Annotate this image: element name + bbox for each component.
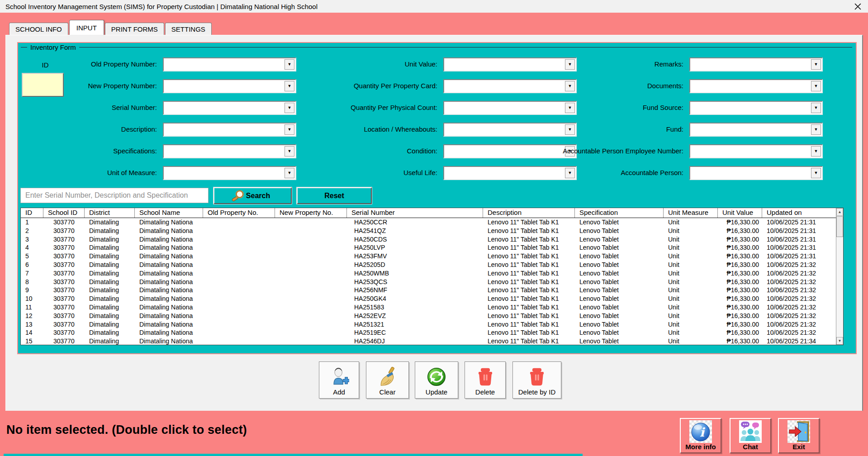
table-row[interactable]: 8303770DimatalingDimataling NationaHA253… [21, 278, 843, 286]
cell-id: 9 [21, 286, 43, 294]
table-row[interactable]: 5303770DimatalingDimataling NationaHA253… [21, 252, 843, 261]
close-icon[interactable] [854, 2, 862, 10]
chat-button[interactable]: Chat [730, 418, 771, 453]
table-row[interactable]: 10303770DimatalingDimataling NationaHA25… [21, 294, 843, 303]
column-header-id[interactable]: ID [21, 208, 43, 218]
cell-school-id: 303770 [43, 337, 85, 345]
quantity-per-physical-count-label: Quantity Per Physical Count: [312, 104, 443, 111]
cell-district: Dimataling [85, 252, 135, 261]
chevron-down-icon[interactable]: ▼ [811, 124, 821, 135]
cell-specification: Lenovo Tablet [575, 269, 664, 278]
column-header-school-id[interactable]: School ID [43, 208, 85, 218]
form-row: Location / Whereabouts:▼ [312, 119, 577, 140]
table-row[interactable]: 12303770DimatalingDimataling NationaHA25… [21, 312, 843, 320]
table-row[interactable]: 13303770DimatalingDimataling NationaHA25… [21, 320, 843, 329]
cell-unit-measure: Unit [664, 294, 718, 303]
table-row[interactable]: 7303770DimatalingDimataling NationaHA250… [21, 269, 843, 278]
scrollbar-thumb[interactable] [836, 216, 843, 237]
chevron-down-icon[interactable]: ▼ [285, 81, 294, 91]
cell-id: 6 [21, 261, 43, 269]
cell-updated-on: 10/06/2025 21:31 [762, 243, 843, 252]
table-row[interactable]: 4303770DimatalingDimataling NationaHA250… [21, 243, 843, 252]
exit-button[interactable]: Exit [778, 418, 820, 453]
cell-unit-measure: Unit [664, 278, 718, 286]
delete-button[interactable]: Delete [465, 361, 506, 399]
reset-button[interactable]: Reset [297, 187, 372, 204]
vertical-scrollbar[interactable]: ▲ ▼ [836, 208, 843, 345]
scroll-up-icon[interactable]: ▲ [836, 208, 843, 216]
cell-id: 11 [21, 303, 43, 312]
column-header-serial-number[interactable]: Serial Number [347, 208, 483, 218]
table-row[interactable]: 6303770DimatalingDimataling NationaHA252… [21, 261, 843, 269]
reset-button-label: Reset [324, 192, 344, 200]
tab-print-forms[interactable]: PRINT FORMS [105, 23, 164, 35]
search-button[interactable]: Search [213, 187, 292, 204]
form-row: Accountable Person Employee Number:▼ [556, 140, 823, 162]
cell-updated-on: 10/06/2025 21:32 [762, 320, 843, 329]
column-header-unit-value[interactable]: Unit Value [718, 208, 762, 218]
table-row[interactable]: 9303770DimatalingDimataling NationaHA256… [21, 286, 843, 294]
button-label: Delete by ID [518, 388, 556, 396]
chevron-down-icon[interactable]: ▼ [285, 59, 294, 70]
cell-serial-number: HA256NMF [347, 286, 483, 294]
cell-unit-measure: Unit [664, 218, 718, 227]
chevron-down-icon[interactable]: ▼ [285, 168, 294, 178]
fund-combo[interactable]: ▼ [689, 123, 823, 137]
search-input[interactable] [20, 188, 209, 203]
accountable-person-combo[interactable]: ▼ [689, 166, 823, 180]
clear-button[interactable]: Clear [366, 361, 409, 399]
serial-number-combo[interactable]: ▼ [163, 101, 296, 115]
cell-district: Dimataling [85, 337, 135, 345]
column-header-specification[interactable]: Specification [575, 208, 664, 218]
table-row[interactable]: 14303770DimatalingDimataling NationaHA25… [21, 328, 843, 337]
table-row[interactable]: 11303770DimatalingDimataling NationaHA25… [21, 303, 843, 312]
chevron-down-icon[interactable]: ▼ [285, 124, 294, 135]
table-row[interactable]: 15303770DimatalingDimataling NationaHA25… [21, 337, 843, 345]
tab-settings[interactable]: SETTINGS [165, 23, 212, 35]
update-button[interactable]: Update [415, 361, 458, 399]
chevron-down-icon[interactable]: ▼ [811, 81, 821, 91]
cell-unit-measure: Unit [664, 286, 718, 294]
column-header-school-name[interactable]: School Name [135, 208, 203, 218]
column-header-district[interactable]: District [85, 208, 135, 218]
column-header-updated-on[interactable]: Updated on [762, 208, 843, 218]
chevron-down-icon[interactable]: ▼ [811, 146, 821, 157]
cell-school-id: 303770 [43, 320, 85, 329]
unit-of-measure-combo[interactable]: ▼ [163, 166, 296, 180]
description-combo[interactable]: ▼ [163, 123, 296, 137]
specifications-combo[interactable]: ▼ [163, 144, 296, 158]
column-header-new-property-no[interactable]: New Property No. [275, 208, 347, 218]
column-header-description[interactable]: Description [483, 208, 575, 218]
table-row[interactable]: 1303770DimatalingDimataling NationaHA250… [21, 218, 843, 227]
new-property-number-combo[interactable]: ▼ [163, 79, 296, 93]
old-property-number-combo[interactable]: ▼ [163, 57, 296, 71]
cell-old-property-no [203, 337, 275, 345]
cell-school-name: Dimataling Nationa [135, 278, 203, 286]
chevron-down-icon[interactable]: ▼ [811, 59, 821, 70]
tab-school-info[interactable]: SCHOOL INFO [9, 23, 68, 35]
chevron-down-icon[interactable]: ▼ [285, 103, 294, 113]
chevron-down-icon[interactable]: ▼ [811, 103, 821, 113]
more-info-button[interactable]: More info [680, 418, 721, 453]
cell-unit-measure: Unit [664, 243, 718, 252]
table-row[interactable]: 3303770DimatalingDimataling NationaHA250… [21, 235, 843, 244]
column-header-old-property-no[interactable]: Old Property No. [203, 208, 275, 218]
documents-combo[interactable]: ▼ [689, 79, 823, 93]
cell-serial-number: HA2546DJ [347, 337, 483, 345]
tab-input[interactable]: INPUT [69, 20, 104, 35]
table-row[interactable]: 2303770DimatalingDimataling NationaHA254… [21, 227, 843, 235]
column-header-unit-measure[interactable]: Unit Measure [664, 208, 718, 218]
scroll-down-icon[interactable]: ▼ [836, 337, 843, 345]
remarks-label: Remarks: [556, 60, 689, 68]
add-button[interactable]: Add [319, 361, 359, 399]
remarks-combo[interactable]: ▼ [689, 57, 823, 71]
refresh-icon [427, 367, 446, 387]
chevron-down-icon[interactable]: ▼ [811, 168, 821, 178]
chevron-down-icon[interactable]: ▼ [285, 146, 294, 157]
cell-updated-on: 10/06/2025 21:32 [762, 294, 843, 303]
accountable-person-employee-number-combo[interactable]: ▼ [689, 144, 823, 158]
fund-source-combo[interactable]: ▼ [689, 101, 823, 115]
delete-by-id-button[interactable]: Delete by ID [512, 361, 561, 399]
cell-school-id: 303770 [43, 328, 85, 337]
form-row: Quantity Per Property Card:▼ [312, 75, 577, 97]
